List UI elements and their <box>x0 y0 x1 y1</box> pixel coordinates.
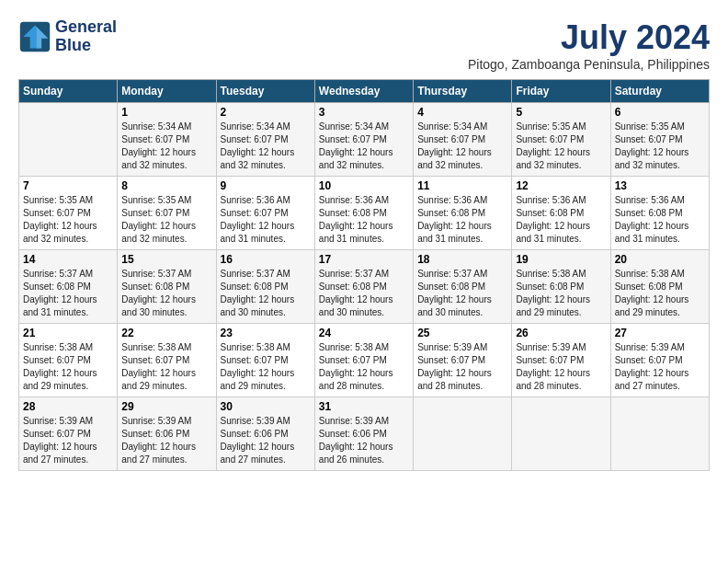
day-info: Sunrise: 5:34 AM Sunset: 6:07 PM Dayligh… <box>319 121 409 172</box>
col-header-sunday: Sunday <box>19 80 118 103</box>
calendar-cell: 14Sunrise: 5:37 AM Sunset: 6:08 PM Dayli… <box>19 250 118 324</box>
day-info: Sunrise: 5:37 AM Sunset: 6:08 PM Dayligh… <box>121 268 211 319</box>
col-header-friday: Friday <box>512 80 610 103</box>
week-row-2: 7Sunrise: 5:35 AM Sunset: 6:07 PM Daylig… <box>19 177 710 250</box>
calendar-cell: 24Sunrise: 5:38 AM Sunset: 6:07 PM Dayli… <box>314 324 413 397</box>
day-number: 19 <box>516 253 606 266</box>
day-number: 12 <box>516 179 606 192</box>
day-info: Sunrise: 5:37 AM Sunset: 6:08 PM Dayligh… <box>221 268 311 319</box>
calendar-cell: 11Sunrise: 5:36 AM Sunset: 6:08 PM Dayli… <box>414 177 512 250</box>
logo: General Blue <box>18 18 117 55</box>
day-info: Sunrise: 5:37 AM Sunset: 6:08 PM Dayligh… <box>417 268 507 319</box>
calendar-cell <box>414 397 512 471</box>
calendar-cell <box>512 397 610 471</box>
week-row-4: 21Sunrise: 5:38 AM Sunset: 6:07 PM Dayli… <box>19 324 710 397</box>
day-number: 2 <box>221 106 311 119</box>
day-number: 18 <box>417 253 507 266</box>
day-info: Sunrise: 5:34 AM Sunset: 6:07 PM Dayligh… <box>121 121 211 172</box>
calendar-cell <box>19 103 118 177</box>
day-number: 30 <box>221 400 311 413</box>
header-row: SundayMondayTuesdayWednesdayThursdayFrid… <box>19 80 710 103</box>
calendar-cell: 10Sunrise: 5:36 AM Sunset: 6:08 PM Dayli… <box>314 177 413 250</box>
day-info: Sunrise: 5:39 AM Sunset: 6:06 PM Dayligh… <box>121 415 211 466</box>
day-number: 24 <box>319 327 409 339</box>
day-info: Sunrise: 5:34 AM Sunset: 6:07 PM Dayligh… <box>417 121 507 172</box>
day-number: 3 <box>319 106 409 119</box>
calendar-cell: 9Sunrise: 5:36 AM Sunset: 6:07 PM Daylig… <box>216 177 314 250</box>
logo-text: General Blue <box>55 18 117 55</box>
calendar-cell: 21Sunrise: 5:38 AM Sunset: 6:07 PM Dayli… <box>19 324 118 397</box>
week-row-5: 28Sunrise: 5:39 AM Sunset: 6:07 PM Dayli… <box>19 397 710 471</box>
calendar-cell: 25Sunrise: 5:39 AM Sunset: 6:07 PM Dayli… <box>414 324 512 397</box>
day-info: Sunrise: 5:37 AM Sunset: 6:08 PM Dayligh… <box>23 268 113 319</box>
day-info: Sunrise: 5:39 AM Sunset: 6:07 PM Dayligh… <box>417 341 507 393</box>
calendar-cell: 20Sunrise: 5:38 AM Sunset: 6:08 PM Dayli… <box>610 250 709 324</box>
day-number: 13 <box>615 179 705 192</box>
calendar-cell: 13Sunrise: 5:36 AM Sunset: 6:08 PM Dayli… <box>610 177 709 250</box>
day-number: 1 <box>121 106 211 119</box>
calendar-cell: 19Sunrise: 5:38 AM Sunset: 6:08 PM Dayli… <box>512 250 610 324</box>
day-info: Sunrise: 5:38 AM Sunset: 6:07 PM Dayligh… <box>221 341 311 393</box>
day-info: Sunrise: 5:37 AM Sunset: 6:08 PM Dayligh… <box>319 268 409 319</box>
day-number: 14 <box>23 253 113 266</box>
calendar-cell: 4Sunrise: 5:34 AM Sunset: 6:07 PM Daylig… <box>414 103 512 177</box>
calendar-cell: 12Sunrise: 5:36 AM Sunset: 6:08 PM Dayli… <box>512 177 610 250</box>
calendar-cell: 5Sunrise: 5:35 AM Sunset: 6:07 PM Daylig… <box>512 103 610 177</box>
week-row-3: 14Sunrise: 5:37 AM Sunset: 6:08 PM Dayli… <box>19 250 710 324</box>
day-number: 27 <box>615 327 705 339</box>
col-header-thursday: Thursday <box>414 80 512 103</box>
day-number: 5 <box>516 106 606 119</box>
day-number: 23 <box>221 327 311 339</box>
day-number: 15 <box>121 253 211 266</box>
calendar-cell: 8Sunrise: 5:35 AM Sunset: 6:07 PM Daylig… <box>118 177 216 250</box>
day-number: 8 <box>121 179 211 192</box>
location-subtitle: Pitogo, Zamboanga Peninsula, Philippines <box>468 57 710 72</box>
day-number: 22 <box>121 327 211 339</box>
day-number: 7 <box>23 179 113 192</box>
day-info: Sunrise: 5:38 AM Sunset: 6:08 PM Dayligh… <box>615 268 705 319</box>
day-info: Sunrise: 5:38 AM Sunset: 6:07 PM Dayligh… <box>121 341 211 393</box>
col-header-monday: Monday <box>118 80 216 103</box>
day-number: 9 <box>221 179 311 192</box>
day-number: 31 <box>319 400 409 413</box>
calendar-cell: 23Sunrise: 5:38 AM Sunset: 6:07 PM Dayli… <box>216 324 314 397</box>
calendar-cell: 1Sunrise: 5:34 AM Sunset: 6:07 PM Daylig… <box>118 103 216 177</box>
day-info: Sunrise: 5:38 AM Sunset: 6:07 PM Dayligh… <box>23 341 113 393</box>
calendar-cell: 18Sunrise: 5:37 AM Sunset: 6:08 PM Dayli… <box>414 250 512 324</box>
day-info: Sunrise: 5:36 AM Sunset: 6:08 PM Dayligh… <box>615 194 705 246</box>
calendar-cell: 29Sunrise: 5:39 AM Sunset: 6:06 PM Dayli… <box>118 397 216 471</box>
col-header-wednesday: Wednesday <box>314 80 413 103</box>
calendar-cell: 2Sunrise: 5:34 AM Sunset: 6:07 PM Daylig… <box>216 103 314 177</box>
calendar-table: SundayMondayTuesdayWednesdayThursdayFrid… <box>18 79 710 471</box>
day-number: 17 <box>319 253 409 266</box>
day-number: 26 <box>516 327 606 339</box>
calendar-cell: 17Sunrise: 5:37 AM Sunset: 6:08 PM Dayli… <box>314 250 413 324</box>
day-info: Sunrise: 5:36 AM Sunset: 6:08 PM Dayligh… <box>319 194 409 246</box>
calendar-cell: 27Sunrise: 5:39 AM Sunset: 6:07 PM Dayli… <box>610 324 709 397</box>
calendar-cell <box>610 397 709 471</box>
calendar-cell: 7Sunrise: 5:35 AM Sunset: 6:07 PM Daylig… <box>19 177 118 250</box>
calendar-cell: 16Sunrise: 5:37 AM Sunset: 6:08 PM Dayli… <box>216 250 314 324</box>
day-number: 29 <box>121 400 211 413</box>
calendar-cell: 15Sunrise: 5:37 AM Sunset: 6:08 PM Dayli… <box>118 250 216 324</box>
day-info: Sunrise: 5:38 AM Sunset: 6:07 PM Dayligh… <box>319 341 409 393</box>
month-title: July 2024 <box>468 18 710 57</box>
day-number: 4 <box>417 106 507 119</box>
day-number: 20 <box>615 253 705 266</box>
day-info: Sunrise: 5:38 AM Sunset: 6:08 PM Dayligh… <box>516 268 606 319</box>
day-number: 28 <box>23 400 113 413</box>
day-number: 10 <box>319 179 409 192</box>
calendar-cell: 31Sunrise: 5:39 AM Sunset: 6:06 PM Dayli… <box>314 397 413 471</box>
day-number: 16 <box>221 253 311 266</box>
day-info: Sunrise: 5:39 AM Sunset: 6:07 PM Dayligh… <box>23 415 113 466</box>
day-info: Sunrise: 5:35 AM Sunset: 6:07 PM Dayligh… <box>615 121 705 172</box>
day-info: Sunrise: 5:35 AM Sunset: 6:07 PM Dayligh… <box>23 194 113 246</box>
col-header-tuesday: Tuesday <box>216 80 314 103</box>
day-number: 11 <box>417 179 507 192</box>
calendar-cell: 30Sunrise: 5:39 AM Sunset: 6:06 PM Dayli… <box>216 397 314 471</box>
calendar-cell: 26Sunrise: 5:39 AM Sunset: 6:07 PM Dayli… <box>512 324 610 397</box>
day-info: Sunrise: 5:39 AM Sunset: 6:07 PM Dayligh… <box>516 341 606 393</box>
day-info: Sunrise: 5:39 AM Sunset: 6:06 PM Dayligh… <box>221 415 311 466</box>
day-info: Sunrise: 5:36 AM Sunset: 6:08 PM Dayligh… <box>516 194 606 246</box>
page-header: General Blue July 2024 Pitogo, Zamboanga… <box>18 18 710 72</box>
